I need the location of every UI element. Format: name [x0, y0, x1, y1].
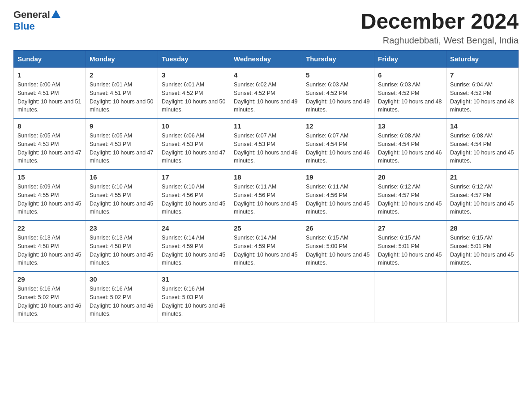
daylight-label: Daylight: 10 hours and 45 minutes. [234, 201, 297, 215]
day-info: Sunrise: 6:03 AM Sunset: 4:52 PM Dayligh… [306, 81, 370, 114]
day-number: 11 [234, 122, 298, 130]
sunset-label: Sunset: 4:54 PM [450, 141, 491, 147]
calendar-day-cell: 26 Sunrise: 6:15 AM Sunset: 5:00 PM Dayl… [302, 220, 374, 271]
month-title: December 2024 [361, 9, 519, 34]
day-number: 2 [90, 71, 154, 79]
daylight-label: Daylight: 10 hours and 49 minutes. [306, 98, 369, 113]
logo-general-text: General [13, 9, 50, 21]
calendar-body: 1 Sunrise: 6:00 AM Sunset: 4:51 PM Dayli… [14, 68, 519, 322]
sunset-label: Sunset: 4:51 PM [90, 90, 131, 96]
header-sunday: Sunday [14, 51, 86, 68]
day-number: 31 [162, 275, 226, 283]
sunset-label: Sunset: 4:58 PM [90, 243, 131, 249]
calendar-day-cell: 2 Sunrise: 6:01 AM Sunset: 4:51 PM Dayli… [86, 68, 158, 119]
sunrise-label: Sunrise: 6:12 AM [378, 184, 420, 190]
day-info: Sunrise: 6:11 AM Sunset: 4:56 PM Dayligh… [234, 183, 298, 216]
header-wednesday: Wednesday [230, 51, 302, 68]
calendar-day-cell: 31 Sunrise: 6:16 AM Sunset: 5:03 PM Dayl… [158, 271, 230, 322]
sunset-label: Sunset: 5:01 PM [450, 243, 491, 249]
day-number: 3 [162, 71, 226, 79]
header-tuesday: Tuesday [158, 51, 230, 68]
daylight-label: Daylight: 10 hours and 45 minutes. [90, 252, 153, 266]
day-number: 21 [450, 173, 515, 181]
calendar-day-cell: 19 Sunrise: 6:11 AM Sunset: 4:56 PM Dayl… [302, 169, 374, 220]
calendar-table: Sunday Monday Tuesday Wednesday Thursday… [13, 50, 519, 322]
header-friday: Friday [374, 51, 446, 68]
sunrise-label: Sunrise: 6:07 AM [234, 133, 276, 139]
calendar-day-cell: 15 Sunrise: 6:09 AM Sunset: 4:55 PM Dayl… [14, 169, 86, 220]
calendar-header: Sunday Monday Tuesday Wednesday Thursday… [14, 51, 519, 68]
calendar-day-cell: 17 Sunrise: 6:10 AM Sunset: 4:56 PM Dayl… [158, 169, 230, 220]
sunrise-label: Sunrise: 6:09 AM [17, 184, 60, 190]
calendar-day-cell: 27 Sunrise: 6:15 AM Sunset: 5:01 PM Dayl… [374, 220, 446, 271]
day-info: Sunrise: 6:16 AM Sunset: 5:02 PM Dayligh… [90, 285, 154, 318]
calendar-week-row: 8 Sunrise: 6:05 AM Sunset: 4:53 PM Dayli… [14, 118, 519, 169]
calendar-day-cell: 11 Sunrise: 6:07 AM Sunset: 4:53 PM Dayl… [230, 118, 302, 169]
daylight-label: Daylight: 10 hours and 46 minutes. [306, 150, 369, 164]
day-info: Sunrise: 6:15 AM Sunset: 5:00 PM Dayligh… [306, 234, 370, 267]
calendar-day-cell [446, 271, 519, 322]
daylight-label: Daylight: 10 hours and 45 minutes. [378, 201, 442, 215]
sunset-label: Sunset: 4:56 PM [162, 192, 203, 198]
calendar-day-cell: 7 Sunrise: 6:04 AM Sunset: 4:52 PM Dayli… [446, 68, 519, 119]
daylight-label: Daylight: 10 hours and 51 minutes. [17, 98, 81, 113]
calendar-day-cell: 1 Sunrise: 6:00 AM Sunset: 4:51 PM Dayli… [14, 68, 86, 119]
calendar-day-cell: 20 Sunrise: 6:12 AM Sunset: 4:57 PM Dayl… [374, 169, 446, 220]
day-info: Sunrise: 6:15 AM Sunset: 5:01 PM Dayligh… [378, 234, 442, 267]
day-number: 13 [378, 122, 442, 130]
day-info: Sunrise: 6:07 AM Sunset: 4:54 PM Dayligh… [306, 132, 370, 165]
day-info: Sunrise: 6:04 AM Sunset: 4:52 PM Dayligh… [450, 81, 515, 114]
daylight-label: Daylight: 10 hours and 46 minutes. [234, 150, 297, 164]
day-number: 1 [17, 71, 82, 79]
day-number: 27 [378, 224, 442, 232]
sunset-label: Sunset: 4:53 PM [90, 141, 131, 147]
day-info: Sunrise: 6:00 AM Sunset: 4:51 PM Dayligh… [17, 81, 82, 114]
calendar-day-cell: 3 Sunrise: 6:01 AM Sunset: 4:52 PM Dayli… [158, 68, 230, 119]
sunset-label: Sunset: 4:53 PM [234, 141, 275, 147]
day-number: 17 [162, 173, 226, 181]
daylight-label: Daylight: 10 hours and 45 minutes. [306, 201, 369, 215]
day-info: Sunrise: 6:13 AM Sunset: 4:58 PM Dayligh… [90, 234, 154, 267]
day-number: 26 [306, 224, 370, 232]
day-info: Sunrise: 6:15 AM Sunset: 5:01 PM Dayligh… [450, 234, 515, 267]
day-number: 25 [234, 224, 298, 232]
daylight-label: Daylight: 10 hours and 46 minutes. [17, 303, 81, 317]
calendar-day-cell: 25 Sunrise: 6:14 AM Sunset: 4:59 PM Dayl… [230, 220, 302, 271]
sunrise-label: Sunrise: 6:16 AM [162, 286, 204, 292]
daylight-label: Daylight: 10 hours and 46 minutes. [162, 303, 225, 317]
location-title: Raghudebbati, West Bengal, India [361, 35, 519, 46]
day-number: 5 [306, 71, 370, 79]
daylight-label: Daylight: 10 hours and 45 minutes. [450, 201, 514, 215]
day-number: 14 [450, 122, 515, 130]
day-info: Sunrise: 6:05 AM Sunset: 4:53 PM Dayligh… [90, 132, 154, 165]
sunset-label: Sunset: 4:54 PM [306, 141, 347, 147]
sunset-label: Sunset: 4:53 PM [17, 141, 59, 147]
title-area: December 2024 Raghudebbati, West Bengal,… [361, 9, 519, 46]
calendar-day-cell: 5 Sunrise: 6:03 AM Sunset: 4:52 PM Dayli… [302, 68, 374, 119]
day-info: Sunrise: 6:14 AM Sunset: 4:59 PM Dayligh… [162, 234, 226, 267]
daylight-label: Daylight: 10 hours and 49 minutes. [234, 98, 297, 113]
sunset-label: Sunset: 4:51 PM [17, 90, 59, 96]
sunset-label: Sunset: 5:00 PM [306, 243, 347, 249]
daylight-label: Daylight: 10 hours and 46 minutes. [90, 303, 153, 317]
day-info: Sunrise: 6:13 AM Sunset: 4:58 PM Dayligh… [17, 234, 82, 267]
sunset-label: Sunset: 4:57 PM [378, 192, 419, 198]
day-info: Sunrise: 6:03 AM Sunset: 4:52 PM Dayligh… [378, 81, 442, 114]
calendar-day-cell [374, 271, 446, 322]
day-info: Sunrise: 6:08 AM Sunset: 4:54 PM Dayligh… [450, 132, 515, 165]
calendar-day-cell: 18 Sunrise: 6:11 AM Sunset: 4:56 PM Dayl… [230, 169, 302, 220]
calendar-day-cell: 22 Sunrise: 6:13 AM Sunset: 4:58 PM Dayl… [14, 220, 86, 271]
day-number: 20 [378, 173, 442, 181]
day-info: Sunrise: 6:10 AM Sunset: 4:55 PM Dayligh… [90, 183, 154, 216]
sunrise-label: Sunrise: 6:04 AM [450, 81, 493, 88]
sunrise-label: Sunrise: 6:01 AM [162, 81, 204, 88]
sunset-label: Sunset: 4:55 PM [90, 192, 131, 198]
calendar-day-cell: 13 Sunrise: 6:08 AM Sunset: 4:54 PM Dayl… [374, 118, 446, 169]
calendar-day-cell: 10 Sunrise: 6:06 AM Sunset: 4:53 PM Dayl… [158, 118, 230, 169]
daylight-label: Daylight: 10 hours and 47 minutes. [162, 150, 225, 164]
day-info: Sunrise: 6:09 AM Sunset: 4:55 PM Dayligh… [17, 183, 82, 216]
day-info: Sunrise: 6:05 AM Sunset: 4:53 PM Dayligh… [17, 132, 82, 165]
day-number: 30 [90, 275, 154, 283]
sunrise-label: Sunrise: 6:11 AM [234, 184, 276, 190]
header-thursday: Thursday [302, 51, 374, 68]
